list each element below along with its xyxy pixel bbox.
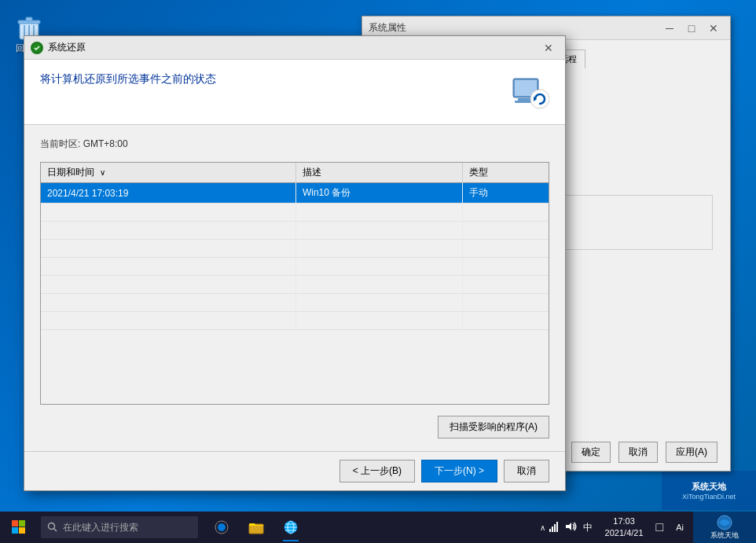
sys-restore-body: 将计算机还原到所选事件之前的状态 [24, 60, 565, 490]
scan-affected-btn[interactable]: 扫描受影响的程序(A) [438, 416, 549, 438]
search-placeholder: 在此键入进行搜索 [63, 521, 138, 534]
sys-props-close-btn[interactable]: ✕ [703, 20, 724, 36]
table-row-empty [41, 222, 549, 240]
cell-description: Win10 备份 [295, 183, 462, 204]
active-indicator [283, 540, 299, 541]
col-datetime[interactable]: 日期和时间 ∨ [41, 163, 295, 183]
restore-header-icon [510, 72, 549, 112]
taskbar: 在此键入进行搜索 [0, 512, 756, 543]
restore-header-title: 将计算机还原到所选事件之前的状态 [40, 72, 497, 86]
start-button[interactable] [0, 512, 38, 543]
restore-small-icon [31, 42, 43, 54]
file-explorer-icon [248, 520, 264, 534]
language-indicator[interactable]: 中 [580, 521, 596, 534]
table-header-row: 日期和时间 ∨ 描述 类型 [41, 163, 549, 183]
sys-props-window-controls: ─ □ ✕ [659, 20, 724, 36]
sys-props-title: 系统属性 [369, 21, 406, 35]
globe-icon [283, 519, 299, 535]
svg-rect-20 [12, 527, 18, 534]
restore-header-text: 将计算机还原到所选事件之前的状态 [40, 72, 497, 93]
taskbar-tray: ∧ 中 17:03 [540, 515, 693, 540]
restore-header: 将计算机还原到所选事件之前的状态 [24, 60, 565, 125]
table-row-empty [41, 240, 549, 258]
svg-point-22 [49, 523, 55, 530]
next-btn[interactable]: 下一步(N) > [421, 460, 497, 482]
xitong-tiandi-logo: 系统天地 [693, 512, 756, 543]
site-logo-icon [713, 515, 736, 530]
network-icon [549, 521, 561, 532]
svg-rect-34 [554, 524, 556, 532]
tray-expand-btn[interactable]: ∧ [540, 523, 545, 532]
volume-icon [564, 521, 577, 532]
table-row[interactable]: 2021/4/21 17:03:19Win10 备份手动 [41, 183, 549, 204]
svg-rect-32 [549, 529, 551, 532]
restore-table-container: 日期和时间 ∨ 描述 类型 [40, 162, 549, 405]
restore-content: 当前时区: GMT+8:00 日期和时间 ∨ 描述 [24, 125, 565, 451]
svg-rect-21 [19, 527, 25, 534]
taskbar-clock[interactable]: 17:03 2021/4/21 [599, 515, 650, 540]
svg-point-16 [530, 90, 549, 108]
sort-icon: ∨ [100, 168, 105, 177]
watermark-bottom: XiTongTianDi.net [682, 493, 736, 501]
file-explorer-btn[interactable] [240, 512, 272, 543]
svg-point-25 [218, 523, 226, 531]
task-view-icon [215, 520, 229, 534]
table-row-empty [41, 204, 549, 222]
sys-props-minimize-btn[interactable]: ─ [659, 20, 680, 36]
sys-props-maximize-btn[interactable]: □ [681, 20, 702, 36]
system-restore-dialog: 系统还原 ✕ 将计算机还原到所选事件之前的状态 [24, 35, 566, 491]
svg-line-23 [54, 529, 57, 532]
apply-btn[interactable]: 应用(A) [666, 442, 717, 463]
windows-logo-icon [12, 520, 26, 534]
scan-btn-row: 扫描受影响的程序(A) [40, 416, 549, 438]
network-tray-icon[interactable] [549, 521, 561, 534]
cancel-restore-btn[interactable]: 取消 [504, 460, 549, 482]
table-row-empty [41, 294, 549, 312]
table-row-empty [41, 276, 549, 294]
volume-tray-icon[interactable] [564, 521, 577, 534]
clock-time: 17:03 [605, 515, 644, 527]
cell-date: 2021/4/21 17:03:19 [41, 183, 295, 204]
svg-rect-19 [19, 520, 25, 526]
svg-rect-14 [518, 98, 532, 101]
watermark-top: 系统天地 [692, 481, 726, 493]
svg-rect-35 [556, 522, 558, 532]
clock-date: 2021/4/21 [605, 527, 644, 539]
watermark: 系统天地 XiTongTianDi.net [662, 471, 756, 510]
back-btn[interactable]: < 上一步(B) [339, 460, 415, 482]
table-row-empty [41, 312, 549, 330]
search-icon [47, 522, 58, 533]
sys-restore-title-area: 系统还原 [31, 41, 86, 54]
svg-rect-18 [12, 520, 18, 526]
task-view-btn[interactable] [206, 512, 237, 543]
restore-footer: < 上一步(B) 下一步(N) > 取消 [24, 451, 565, 490]
sys-restore-title: 系统还原 [48, 41, 86, 54]
network-app-btn[interactable] [275, 512, 306, 543]
taskbar-search-bar[interactable]: 在此键入进行搜索 [41, 516, 198, 538]
table-row-empty [41, 258, 549, 276]
cancel-props-btn[interactable]: 取消 [618, 442, 658, 463]
ok-btn[interactable]: 确定 [571, 442, 611, 463]
svg-rect-33 [552, 526, 553, 532]
restore-table: 日期和时间 ∨ 描述 类型 [41, 163, 549, 330]
sys-restore-titlebar: 系统还原 ✕ [24, 36, 565, 60]
notification-btn[interactable]: □ [653, 520, 667, 534]
sys-restore-window-controls: ✕ [538, 40, 559, 56]
col-description[interactable]: 描述 [295, 163, 462, 183]
sys-restore-close-btn[interactable]: ✕ [538, 40, 559, 56]
col-type[interactable]: 类型 [462, 163, 549, 183]
site-name: 系统天地 [710, 530, 739, 541]
cell-type: 手动 [462, 183, 549, 204]
svg-marker-36 [566, 523, 571, 530]
desktop: 回收站 系统属性 ─ □ ✕ 计算机名 硬件 高级 系统保护 远程 系统更改。 [0, 0, 756, 543]
svg-rect-2 [26, 17, 32, 21]
taskbar-center-icons [206, 512, 306, 543]
current-timezone: 当前时区: GMT+8:00 [40, 138, 549, 151]
ai-label[interactable]: Ai [670, 523, 690, 532]
